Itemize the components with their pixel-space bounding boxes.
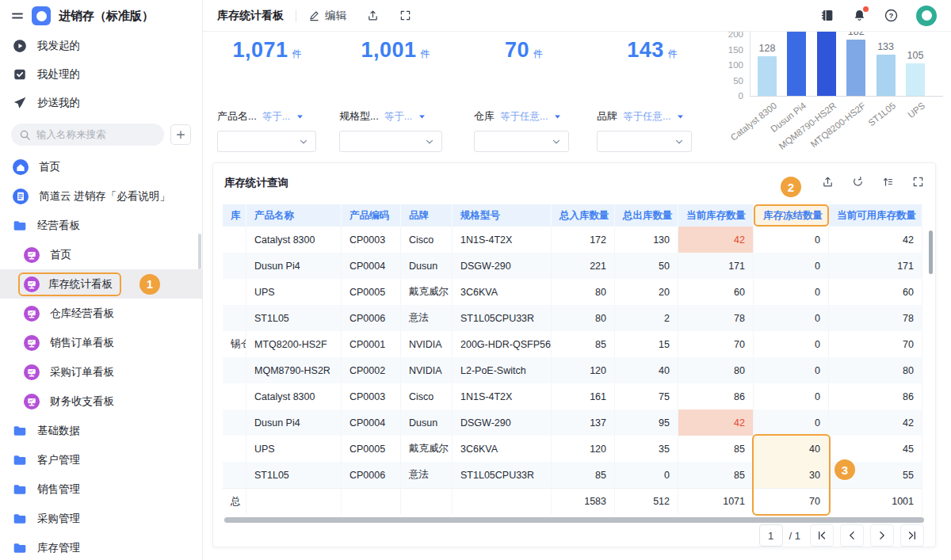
refresh-button[interactable] [852,176,864,188]
filter-0: 产品名...等于... [217,109,316,152]
sidebar-item-play-circle[interactable]: 我发起的 [0,32,202,60]
filter-head: 规格型...等于... [339,109,442,124]
table-row-5[interactable]: MQM8790-HS2RCP0002NVIDIAL2-PoE-Switch120… [223,357,922,383]
filter-operator[interactable]: 等于... [262,110,290,124]
cell-spec: DSGW-290 [453,410,552,436]
caret-down-icon[interactable] [296,112,304,121]
column-header-0[interactable]: 库 [223,204,246,227]
sidebar-item-send[interactable]: 抄送我的 [0,89,202,117]
filter-select[interactable] [339,131,442,152]
cell-product: MQM8790-HS2R [246,357,342,383]
contacts-button[interactable] [821,9,835,22]
pencil-icon [308,10,320,21]
sidebar-item-task-check[interactable]: 我处理的 [0,60,202,89]
menu-item-label: 财务收支看板 [50,394,114,409]
sidebar-menu-item-5[interactable]: 仓库经营看板 [0,299,202,328]
table-row-8[interactable]: UPSCP0005戴克威尔3C6KVA12035854045 [223,436,922,462]
table-row-9[interactable]: ST1L05CP0006意法ST1L05CPU33R850853055 [223,462,922,488]
sidebar-menu-item-0[interactable]: 首页 [0,152,202,181]
edit-button[interactable]: 编辑 [308,9,346,23]
sidebar-menu-item-4[interactable]: 库存统计看板1 [0,269,202,299]
sidebar-menu-item-8[interactable]: 财务收支看板 [0,387,202,416]
cell-out: 15 [615,331,678,357]
first-page-button[interactable] [810,524,834,547]
table-row-2[interactable]: UPSCP0005戴克威尔3C6KVA802060060 [223,279,922,305]
table-row-7[interactable]: Dusun Pi4CP0004DusunDSGW-2901379542042 [223,410,922,436]
table-horizontal-scrollbar[interactable] [224,517,924,523]
collapse-menu-icon[interactable] [11,10,24,22]
filter-field-label: 品牌 [597,109,617,124]
table-row-1[interactable]: Dusun Pi4CP0004DusunDSGW-290221501710171 [223,253,922,279]
sidebar-menu-item-11[interactable]: 销售管理 [0,474,202,504]
cell-warehouse [223,436,246,462]
sidebar-menu-item-2[interactable]: 经营看板 [0,211,202,240]
y-axis-tick: 50 [716,76,743,86]
filter-select[interactable] [474,131,569,152]
sidebar-menu-item-10[interactable]: 客户管理 [0,445,202,474]
card-fullscreen-button[interactable] [912,176,924,188]
column-header-5[interactable]: 总入库数量 [552,204,615,227]
caret-down-icon[interactable] [676,112,685,121]
add-button[interactable] [170,124,191,145]
cell-brand: NVIDIA [401,357,453,383]
caret-down-icon[interactable] [418,112,426,121]
cell-frozen: 0 [754,410,829,436]
notifications-button[interactable] [853,9,866,22]
cell-code: CP0001 [342,331,401,357]
sort-settings-button[interactable] [882,176,894,188]
table-row-3[interactable]: ST1L05CP0006意法ST1L05CPU33R80278078 [223,305,922,331]
avatar[interactable] [916,6,937,26]
column-header-9[interactable]: 当前可用库存数量 [829,204,922,227]
help-button[interactable]: ? [884,9,898,22]
next-page-button[interactable] [870,524,894,547]
page-title: 库存统计看板 [217,9,284,23]
sidebar-menu-item-13[interactable]: 库存管理 [0,533,202,560]
table-vertical-scrollbar[interactable] [929,230,933,274]
filter-operator[interactable]: 等于任意... [623,110,670,124]
table-row-0[interactable]: Catalyst 8300CP0003Cisco1N1S-4T2X1721304… [223,227,922,253]
prev-page-button[interactable] [840,524,864,547]
folder-icon [13,453,27,467]
menu-item-label: 销售订单看板 [50,336,114,350]
stats-row: 1,071件1,001件70件143件 [203,32,716,63]
annotation-badge-3: 3 [835,459,855,480]
column-header-4[interactable]: 规格型号 [453,204,552,227]
sidebar-scrollbar[interactable] [198,234,201,269]
sidebar-menu-item-6[interactable]: 销售订单看板 [0,328,202,357]
sidebar-search-row [0,117,202,150]
caret-down-icon[interactable] [553,112,562,121]
sidebar-menu-item-12[interactable]: 采购管理 [0,504,202,533]
dashboard-icon [24,306,40,322]
cell-in: 80 [552,305,615,331]
search-box[interactable] [11,124,164,146]
sidebar-menu-item-7[interactable]: 采购订单看板 [0,357,202,387]
cell-out: 40 [615,357,678,383]
share-button[interactable] [367,10,379,21]
filter-select[interactable] [597,131,692,152]
column-header-8[interactable]: 库存冻结数量 [754,204,829,227]
column-header-6[interactable]: 总出库数量 [615,204,678,227]
sidebar-menu-item-9[interactable]: 基础数据 [0,416,202,445]
column-header-7[interactable]: 当前库存数量 [678,204,754,227]
bar-value-label: 133 [870,41,902,52]
last-page-button[interactable] [900,524,924,547]
table-row-4[interactable]: 锡仓MTQ8200-HS2FCP0001NVIDIA200G-HDR-QSFP5… [223,331,922,357]
sidebar-menu-item-1[interactable]: 简道云 进销存「必看说明」 [0,181,202,211]
filter-operator[interactable]: 等于... [384,110,412,124]
app-logo[interactable] [32,6,51,25]
column-header-1[interactable]: 产品名称 [246,204,342,227]
filter-select[interactable] [217,131,316,152]
search-input[interactable] [36,129,139,140]
sidebar-menu-item-3[interactable]: 首页 [0,240,202,269]
export-button[interactable] [822,176,834,188]
filter-field-label: 仓库 [474,109,495,124]
column-header-3[interactable]: 品牌 [401,204,453,227]
page-number-box[interactable]: 1 [759,524,783,547]
table-row-6[interactable]: Catalyst 8300CP0003Cisco1N1S-4T2X1617586… [223,383,922,410]
fullscreen-button[interactable] [399,10,411,21]
send-icon [13,96,27,110]
bar-value-label: 182 [840,32,872,37]
filter-operator[interactable]: 等于任意... [500,110,548,124]
cell-product: UPS [246,279,342,305]
column-header-2[interactable]: 产品编码 [342,204,401,227]
